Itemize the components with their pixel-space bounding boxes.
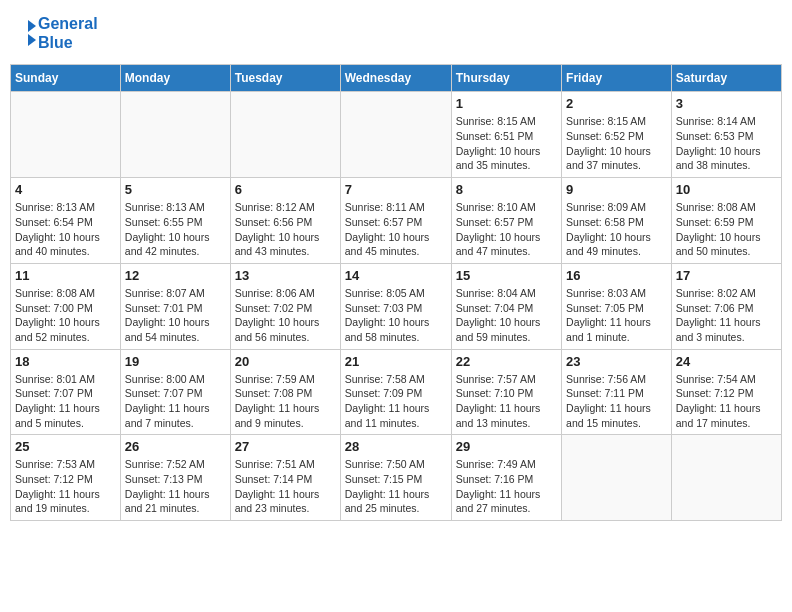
day-of-week-thursday: Thursday xyxy=(451,65,561,92)
logo: General Blue xyxy=(18,14,98,52)
calendar-table: SundayMondayTuesdayWednesdayThursdayFrid… xyxy=(10,64,782,521)
day-info: Sunrise: 7:56 AMSunset: 7:11 PMDaylight:… xyxy=(566,372,667,431)
day-number: 15 xyxy=(456,268,557,283)
day-number: 23 xyxy=(566,354,667,369)
day-info: Sunrise: 8:09 AMSunset: 6:58 PMDaylight:… xyxy=(566,200,667,259)
logo-general-text: General xyxy=(38,14,98,33)
calendar-cell: 29Sunrise: 7:49 AMSunset: 7:16 PMDayligh… xyxy=(451,435,561,521)
calendar-cell xyxy=(671,435,781,521)
day-info: Sunrise: 8:07 AMSunset: 7:01 PMDaylight:… xyxy=(125,286,226,345)
calendar-cell: 2Sunrise: 8:15 AMSunset: 6:52 PMDaylight… xyxy=(562,92,672,178)
svg-marker-1 xyxy=(28,34,36,46)
calendar-cell xyxy=(120,92,230,178)
day-number: 26 xyxy=(125,439,226,454)
day-of-week-friday: Friday xyxy=(562,65,672,92)
calendar-cell: 4Sunrise: 8:13 AMSunset: 6:54 PMDaylight… xyxy=(11,178,121,264)
day-number: 14 xyxy=(345,268,447,283)
calendar-cell: 11Sunrise: 8:08 AMSunset: 7:00 PMDayligh… xyxy=(11,263,121,349)
calendar-cell: 7Sunrise: 8:11 AMSunset: 6:57 PMDaylight… xyxy=(340,178,451,264)
calendar-cell xyxy=(562,435,672,521)
day-info: Sunrise: 8:15 AMSunset: 6:51 PMDaylight:… xyxy=(456,114,557,173)
calendar-header-row: SundayMondayTuesdayWednesdayThursdayFrid… xyxy=(11,65,782,92)
calendar-cell: 16Sunrise: 8:03 AMSunset: 7:05 PMDayligh… xyxy=(562,263,672,349)
day-number: 4 xyxy=(15,182,116,197)
calendar-cell: 17Sunrise: 8:02 AMSunset: 7:06 PMDayligh… xyxy=(671,263,781,349)
calendar-cell: 5Sunrise: 8:13 AMSunset: 6:55 PMDaylight… xyxy=(120,178,230,264)
day-of-week-saturday: Saturday xyxy=(671,65,781,92)
day-number: 2 xyxy=(566,96,667,111)
day-number: 9 xyxy=(566,182,667,197)
day-number: 6 xyxy=(235,182,336,197)
calendar-week-4: 18Sunrise: 8:01 AMSunset: 7:07 PMDayligh… xyxy=(11,349,782,435)
calendar-cell: 23Sunrise: 7:56 AMSunset: 7:11 PMDayligh… xyxy=(562,349,672,435)
calendar-cell: 10Sunrise: 8:08 AMSunset: 6:59 PMDayligh… xyxy=(671,178,781,264)
day-info: Sunrise: 8:00 AMSunset: 7:07 PMDaylight:… xyxy=(125,372,226,431)
calendar-cell: 24Sunrise: 7:54 AMSunset: 7:12 PMDayligh… xyxy=(671,349,781,435)
day-number: 1 xyxy=(456,96,557,111)
day-number: 10 xyxy=(676,182,777,197)
calendar-cell: 8Sunrise: 8:10 AMSunset: 6:57 PMDaylight… xyxy=(451,178,561,264)
day-info: Sunrise: 8:15 AMSunset: 6:52 PMDaylight:… xyxy=(566,114,667,173)
day-number: 22 xyxy=(456,354,557,369)
calendar-cell: 3Sunrise: 8:14 AMSunset: 6:53 PMDaylight… xyxy=(671,92,781,178)
calendar-cell: 25Sunrise: 7:53 AMSunset: 7:12 PMDayligh… xyxy=(11,435,121,521)
day-number: 21 xyxy=(345,354,447,369)
day-number: 5 xyxy=(125,182,226,197)
day-info: Sunrise: 8:08 AMSunset: 6:59 PMDaylight:… xyxy=(676,200,777,259)
calendar-cell: 22Sunrise: 7:57 AMSunset: 7:10 PMDayligh… xyxy=(451,349,561,435)
day-number: 29 xyxy=(456,439,557,454)
day-number: 12 xyxy=(125,268,226,283)
day-info: Sunrise: 8:13 AMSunset: 6:55 PMDaylight:… xyxy=(125,200,226,259)
day-info: Sunrise: 8:13 AMSunset: 6:54 PMDaylight:… xyxy=(15,200,116,259)
day-number: 24 xyxy=(676,354,777,369)
page-header: General Blue xyxy=(10,10,782,56)
calendar-cell: 18Sunrise: 8:01 AMSunset: 7:07 PMDayligh… xyxy=(11,349,121,435)
logo-blue-text: Blue xyxy=(38,33,98,52)
calendar-week-2: 4Sunrise: 8:13 AMSunset: 6:54 PMDaylight… xyxy=(11,178,782,264)
day-info: Sunrise: 8:04 AMSunset: 7:04 PMDaylight:… xyxy=(456,286,557,345)
day-of-week-sunday: Sunday xyxy=(11,65,121,92)
logo-bird-icon xyxy=(18,18,36,48)
day-info: Sunrise: 8:11 AMSunset: 6:57 PMDaylight:… xyxy=(345,200,447,259)
day-info: Sunrise: 7:54 AMSunset: 7:12 PMDaylight:… xyxy=(676,372,777,431)
calendar-week-5: 25Sunrise: 7:53 AMSunset: 7:12 PMDayligh… xyxy=(11,435,782,521)
day-number: 17 xyxy=(676,268,777,283)
day-number: 13 xyxy=(235,268,336,283)
day-info: Sunrise: 7:49 AMSunset: 7:16 PMDaylight:… xyxy=(456,457,557,516)
calendar-cell: 14Sunrise: 8:05 AMSunset: 7:03 PMDayligh… xyxy=(340,263,451,349)
day-number: 28 xyxy=(345,439,447,454)
day-info: Sunrise: 7:53 AMSunset: 7:12 PMDaylight:… xyxy=(15,457,116,516)
day-info: Sunrise: 8:08 AMSunset: 7:00 PMDaylight:… xyxy=(15,286,116,345)
day-number: 18 xyxy=(15,354,116,369)
calendar-cell: 1Sunrise: 8:15 AMSunset: 6:51 PMDaylight… xyxy=(451,92,561,178)
calendar-cell: 15Sunrise: 8:04 AMSunset: 7:04 PMDayligh… xyxy=(451,263,561,349)
calendar-cell: 26Sunrise: 7:52 AMSunset: 7:13 PMDayligh… xyxy=(120,435,230,521)
day-info: Sunrise: 7:59 AMSunset: 7:08 PMDaylight:… xyxy=(235,372,336,431)
svg-marker-0 xyxy=(28,20,36,32)
day-info: Sunrise: 7:51 AMSunset: 7:14 PMDaylight:… xyxy=(235,457,336,516)
calendar-cell: 19Sunrise: 8:00 AMSunset: 7:07 PMDayligh… xyxy=(120,349,230,435)
day-of-week-wednesday: Wednesday xyxy=(340,65,451,92)
day-of-week-monday: Monday xyxy=(120,65,230,92)
calendar-cell: 28Sunrise: 7:50 AMSunset: 7:15 PMDayligh… xyxy=(340,435,451,521)
day-info: Sunrise: 8:03 AMSunset: 7:05 PMDaylight:… xyxy=(566,286,667,345)
day-info: Sunrise: 7:50 AMSunset: 7:15 PMDaylight:… xyxy=(345,457,447,516)
calendar-cell: 21Sunrise: 7:58 AMSunset: 7:09 PMDayligh… xyxy=(340,349,451,435)
calendar-cell: 13Sunrise: 8:06 AMSunset: 7:02 PMDayligh… xyxy=(230,263,340,349)
day-number: 25 xyxy=(15,439,116,454)
calendar-cell xyxy=(340,92,451,178)
day-number: 20 xyxy=(235,354,336,369)
day-info: Sunrise: 8:02 AMSunset: 7:06 PMDaylight:… xyxy=(676,286,777,345)
day-number: 19 xyxy=(125,354,226,369)
day-info: Sunrise: 7:58 AMSunset: 7:09 PMDaylight:… xyxy=(345,372,447,431)
day-number: 27 xyxy=(235,439,336,454)
calendar-cell: 20Sunrise: 7:59 AMSunset: 7:08 PMDayligh… xyxy=(230,349,340,435)
calendar-cell: 27Sunrise: 7:51 AMSunset: 7:14 PMDayligh… xyxy=(230,435,340,521)
day-number: 7 xyxy=(345,182,447,197)
calendar-cell: 6Sunrise: 8:12 AMSunset: 6:56 PMDaylight… xyxy=(230,178,340,264)
calendar-week-1: 1Sunrise: 8:15 AMSunset: 6:51 PMDaylight… xyxy=(11,92,782,178)
day-info: Sunrise: 8:05 AMSunset: 7:03 PMDaylight:… xyxy=(345,286,447,345)
day-info: Sunrise: 8:01 AMSunset: 7:07 PMDaylight:… xyxy=(15,372,116,431)
calendar-cell: 9Sunrise: 8:09 AMSunset: 6:58 PMDaylight… xyxy=(562,178,672,264)
day-number: 11 xyxy=(15,268,116,283)
